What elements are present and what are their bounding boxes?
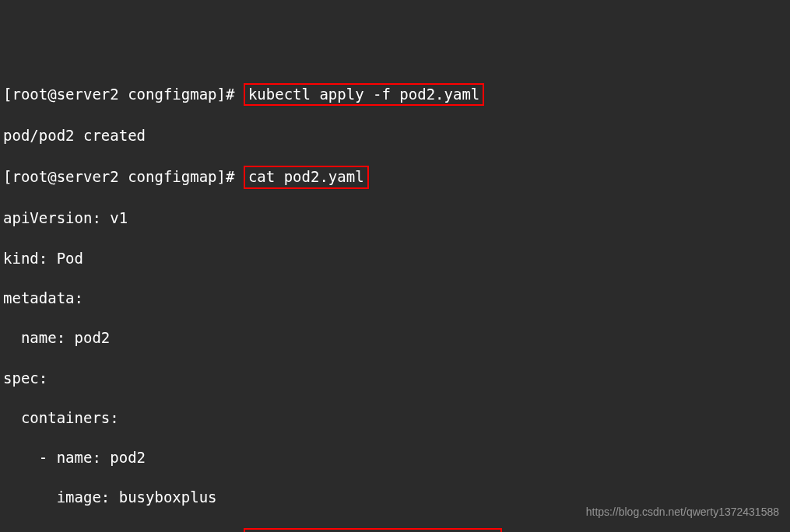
- yaml-line: containers:: [3, 408, 787, 429]
- yaml-line: metadata:: [3, 289, 787, 309]
- watermark: https://blog.csdn.net/qwerty1372431588: [586, 505, 779, 520]
- command-cat: cat pod2.yaml: [244, 166, 369, 189]
- yaml-command-boxed: "-c", "cat /config/db_host"]: [244, 528, 502, 532]
- command-apply: kubectl apply -f pod2.yaml: [244, 83, 484, 107]
- yaml-line: name: pod2: [3, 328, 787, 348]
- yaml-line: - name: pod2: [3, 448, 787, 468]
- prompt-line-1: [root@server2 congfigmap]# kubectl apply…: [3, 83, 787, 107]
- shell-prompt: [root@server2 congfigmap]#: [3, 168, 234, 185]
- yaml-line-command: command: ["/bin/sh", "-c", "cat /config/…: [3, 528, 787, 532]
- apply-output: pod/pod2 created: [3, 126, 787, 146]
- shell-prompt: [root@server2 congfigmap]#: [3, 86, 234, 103]
- prompt-line-2: [root@server2 congfigmap]# cat pod2.yaml: [3, 166, 787, 189]
- yaml-line: kind: Pod: [3, 249, 787, 269]
- yaml-line: apiVersion: v1: [3, 208, 787, 229]
- yaml-line: spec:: [3, 369, 787, 389]
